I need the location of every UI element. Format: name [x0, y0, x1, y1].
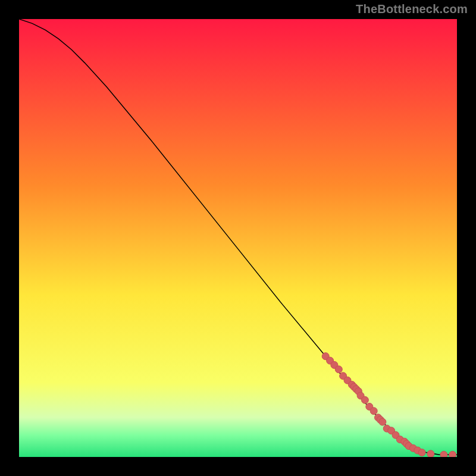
chart-svg — [19, 19, 457, 457]
data-marker — [440, 451, 447, 457]
data-marker — [335, 366, 342, 373]
data-marker — [361, 396, 368, 403]
plot-area — [19, 19, 457, 457]
gradient-background — [19, 19, 457, 457]
data-marker — [418, 449, 425, 456]
chart-stage: TheBottleneck.com — [0, 0, 476, 476]
data-marker — [449, 451, 456, 457]
data-marker — [370, 408, 377, 415]
data-marker — [427, 450, 434, 457]
data-marker — [379, 418, 386, 425]
watermark-text: TheBottleneck.com — [356, 2, 468, 16]
